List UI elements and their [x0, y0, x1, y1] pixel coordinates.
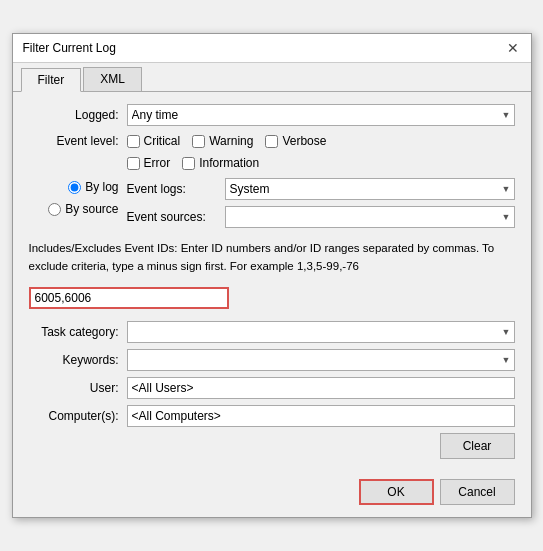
verbose-checkbox[interactable] — [265, 135, 278, 148]
dialog-title: Filter Current Log — [23, 41, 116, 55]
log-source-section: By log By source Event logs: System — [29, 178, 515, 228]
event-sources-select-wrapper — [225, 206, 515, 228]
by-log-label: By log — [85, 180, 118, 194]
tabs-bar: Filter XML — [13, 63, 531, 92]
by-log-radio[interactable] — [68, 181, 81, 194]
by-log-radio-label[interactable]: By log — [29, 180, 119, 194]
computer-label: Computer(s): — [29, 409, 119, 423]
keywords-select-wrapper — [127, 349, 515, 371]
checkboxes-row2-container: Error Information — [29, 156, 515, 170]
computer-input[interactable] — [127, 405, 515, 427]
by-source-label: By source — [65, 202, 118, 216]
dialog: Filter Current Log ✕ Filter XML Logged: … — [12, 33, 532, 518]
computer-row: Computer(s): — [29, 405, 515, 427]
title-bar: Filter Current Log ✕ — [13, 34, 531, 63]
logged-row: Logged: Any time Last hour Last 12 hours… — [29, 104, 515, 126]
event-sources-select[interactable] — [225, 206, 515, 228]
checkboxes-row2: Error Information — [127, 156, 260, 170]
tab-filter[interactable]: Filter — [21, 68, 82, 92]
user-row: User: — [29, 377, 515, 399]
verbose-checkbox-label[interactable]: Verbose — [265, 134, 326, 148]
task-category-select[interactable] — [127, 321, 515, 343]
filter-content: Logged: Any time Last hour Last 12 hours… — [13, 92, 531, 321]
event-logs-label: Event logs: — [127, 182, 217, 196]
action-buttons: OK Cancel — [13, 471, 531, 517]
information-checkbox-label[interactable]: Information — [182, 156, 259, 170]
logged-select-wrapper: Any time Last hour Last 12 hours Last 24… — [127, 104, 515, 126]
event-logs-row: Event logs: System — [127, 178, 515, 200]
event-level-row: Event level: Critical Warning Verbose — [29, 134, 515, 148]
critical-checkbox-label[interactable]: Critical — [127, 134, 181, 148]
close-button[interactable]: ✕ — [505, 40, 521, 56]
keywords-label: Keywords: — [29, 353, 119, 367]
clear-button[interactable]: Clear — [440, 433, 515, 459]
task-category-row: Task category: — [29, 321, 515, 343]
radio-group: By log By source — [29, 178, 119, 216]
user-label: User: — [29, 381, 119, 395]
information-checkbox[interactable] — [182, 157, 195, 170]
logged-select[interactable]: Any time Last hour Last 12 hours Last 24… — [127, 104, 515, 126]
log-source-selects: Event logs: System Event sources: — [127, 178, 515, 228]
verbose-label: Verbose — [282, 134, 326, 148]
keywords-select[interactable] — [127, 349, 515, 371]
error-checkbox-label[interactable]: Error — [127, 156, 171, 170]
event-id-row — [29, 287, 515, 309]
information-label: Information — [199, 156, 259, 170]
tab-xml[interactable]: XML — [83, 67, 142, 91]
warning-label: Warning — [209, 134, 253, 148]
logged-label: Logged: — [29, 108, 119, 122]
event-sources-row: Event sources: — [127, 206, 515, 228]
warning-checkbox[interactable] — [192, 135, 205, 148]
task-category-label: Task category: — [29, 325, 119, 339]
warning-checkbox-label[interactable]: Warning — [192, 134, 253, 148]
event-sources-label: Event sources: — [127, 210, 217, 224]
cancel-button[interactable]: Cancel — [440, 479, 515, 505]
clear-row: Clear — [29, 433, 515, 459]
error-checkbox[interactable] — [127, 157, 140, 170]
event-logs-select[interactable]: System — [225, 178, 515, 200]
keywords-row: Keywords: — [29, 349, 515, 371]
task-category-select-wrapper — [127, 321, 515, 343]
critical-checkbox[interactable] — [127, 135, 140, 148]
by-source-radio[interactable] — [48, 203, 61, 216]
checkboxes-row1: Critical Warning Verbose — [127, 134, 327, 148]
ok-button[interactable]: OK — [359, 479, 434, 505]
critical-label: Critical — [144, 134, 181, 148]
event-id-input[interactable] — [29, 287, 229, 309]
by-source-radio-label[interactable]: By source — [29, 202, 119, 216]
bottom-section: Task category: Keywords: User: Computer(… — [13, 321, 531, 471]
user-input[interactable] — [127, 377, 515, 399]
event-level-label: Event level: — [29, 134, 119, 148]
event-logs-select-wrapper: System — [225, 178, 515, 200]
error-label: Error — [144, 156, 171, 170]
description-text: Includes/Excludes Event IDs: Enter ID nu… — [29, 240, 515, 275]
